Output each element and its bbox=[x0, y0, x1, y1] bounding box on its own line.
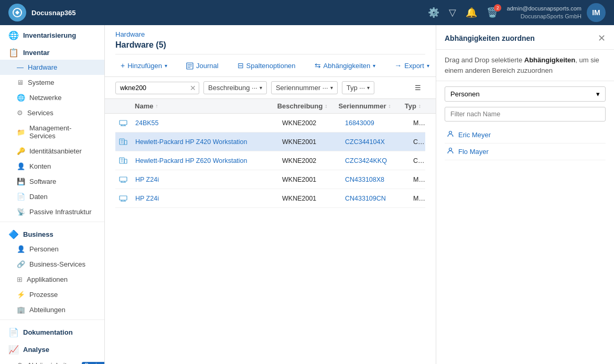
netzwerke-icon: 🌐 bbox=[17, 94, 25, 102]
passive-icon: 📡 bbox=[17, 208, 25, 216]
table-row[interactable]: HP Z24i WKNE2001 CN433109CN Monit bbox=[115, 189, 425, 208]
seriennummer-filter-dropdown[interactable]: Seriennummer ··· ▾ bbox=[271, 81, 338, 94]
spaltenoptionen-button[interactable]: ⊟ Spaltenoptionen bbox=[232, 59, 301, 72]
sidebar-section-business[interactable]: 🔷 Business bbox=[0, 224, 104, 241]
sidebar-item-systeme[interactable]: 🖥 Systeme bbox=[0, 75, 104, 90]
row-desc: WKNE2001 bbox=[278, 192, 341, 205]
panel-dropdown[interactable]: Personen ▾ bbox=[445, 86, 606, 102]
filter-icon[interactable]: ▽ bbox=[449, 7, 456, 18]
sidebar-item-business-services[interactable]: 🔗 Business-Services bbox=[0, 257, 104, 272]
filter-name-input[interactable] bbox=[445, 107, 606, 122]
right-panel: Abhängigkeiten zuordnen ✕ Drag and Drop … bbox=[436, 25, 614, 364]
avatar[interactable]: IM bbox=[587, 3, 606, 22]
typ-filter-dropdown[interactable]: Typ ··· ▾ bbox=[342, 81, 374, 94]
breadcrumb[interactable]: Hardware bbox=[115, 30, 425, 38]
sidebar-item-abteilungen[interactable]: 🏢 Abteilungen bbox=[0, 302, 104, 317]
sidebar-item-services[interactable]: ⚙ Services bbox=[0, 105, 104, 120]
sidebar-item-label: Abhängigkeiten bbox=[27, 361, 74, 364]
table-row[interactable]: HP Z24i WKNE2001 CN433108X8 Monit bbox=[115, 170, 425, 189]
sidebar-section-dokumentation[interactable]: 📄 Dokumentation bbox=[0, 322, 104, 339]
row-serial: CN433109CN bbox=[341, 192, 409, 205]
user-email: admin@docusnapsports.com bbox=[507, 5, 581, 13]
analyse-icon: 📈 bbox=[8, 345, 19, 355]
sidebar-item-konten[interactable]: 👤 Konten bbox=[0, 159, 104, 174]
sidebar-item-netzwerke[interactable]: 🌐 Netzwerke bbox=[0, 90, 104, 105]
journal-icon bbox=[186, 61, 193, 70]
panel-close-button[interactable]: ✕ bbox=[598, 32, 606, 44]
abhaengigkeiten-button[interactable]: ⇆ Abhängigkeiten ▾ bbox=[309, 59, 381, 72]
table-row[interactable]: Hewlett-Packard HP Z420 Workstation WKNE… bbox=[115, 133, 425, 151]
group-by-button[interactable]: ☰ bbox=[411, 82, 425, 94]
row-name[interactable]: HP Z24i bbox=[131, 192, 278, 205]
preview-badge: Preview bbox=[82, 362, 105, 364]
bservices-icon: 🔗 bbox=[17, 260, 25, 268]
software-icon: 💾 bbox=[17, 178, 25, 185]
clear-filter-button[interactable]: ✕ bbox=[190, 84, 196, 92]
person-list: Eric Meyer Flo Mayer bbox=[445, 127, 606, 160]
sidebar-section-inventar[interactable]: 📋 Inventar bbox=[0, 42, 104, 60]
globe-icon: 🌐 bbox=[8, 30, 19, 40]
management-icon: 📁 bbox=[17, 128, 25, 136]
col-header-beschreibung[interactable]: Beschreibung ↕ bbox=[273, 99, 335, 113]
notification-icon[interactable]: 🔔 bbox=[466, 7, 477, 18]
panel-description: Drag and Drop selektierte Abhängigkeiten… bbox=[436, 50, 614, 81]
svg-rect-19 bbox=[120, 177, 127, 181]
sidebar-item-daten[interactable]: 📄 Daten bbox=[0, 189, 104, 204]
table-area: 24BK55 WKNE2002 16843009 Monit Hewlett-P… bbox=[105, 114, 436, 364]
sidebar-item-abhaengigkeiten[interactable]: ⚙ Abhängigkeiten Preview bbox=[0, 358, 104, 364]
abh-chevron-icon: ▾ bbox=[373, 63, 375, 69]
person-item[interactable]: Eric Meyer bbox=[445, 127, 606, 144]
col-header-typ[interactable]: Typ ↕ bbox=[401, 99, 425, 113]
table-row[interactable]: 24BK55 WKNE2002 16843009 Monit bbox=[115, 114, 425, 133]
row-name[interactable]: Hewlett-Packard HP Z420 Workstation bbox=[131, 135, 278, 149]
abh-icon: ⚙ bbox=[17, 361, 23, 364]
journal-button[interactable]: Journal bbox=[181, 59, 224, 72]
app-logo[interactable]: Docusnap365 bbox=[8, 4, 76, 21]
sidebar-section-label: Inventarisierung bbox=[23, 31, 76, 39]
svg-point-27 bbox=[449, 131, 452, 134]
row-type-icon bbox=[115, 157, 131, 164]
person-name: Flo Mayer bbox=[458, 148, 489, 156]
trash-icon[interactable]: 🗑️ 2 bbox=[487, 7, 498, 18]
sidebar-item-label: Management-Services bbox=[29, 124, 96, 140]
table-row[interactable]: Hewlett-Packard HP Z620 Workstation WKNE… bbox=[115, 151, 425, 170]
row-name[interactable]: 24BK55 bbox=[131, 116, 278, 130]
chevron-down-icon2: ▾ bbox=[330, 85, 333, 91]
svg-rect-23 bbox=[120, 196, 127, 200]
sidebar-item-label: Abteilungen bbox=[29, 306, 66, 314]
row-desc: WKNE2001 bbox=[278, 173, 341, 186]
col-header-seriennummer[interactable]: Seriennummer ↕ bbox=[334, 99, 400, 113]
konten-icon: 👤 bbox=[17, 162, 25, 170]
user-org: DocusnapSports GmbH bbox=[507, 13, 581, 20]
row-type: Monit bbox=[409, 116, 425, 130]
sidebar-item-passive-infrastruktur[interactable]: 📡 Passive Infrastruktur bbox=[0, 204, 104, 219]
add-button[interactable]: + Hinzufügen ▾ bbox=[115, 59, 173, 72]
sidebar-item-hardware[interactable]: — Hardware bbox=[0, 60, 104, 75]
export-button[interactable]: → Export ▾ bbox=[389, 59, 435, 72]
sidebar-item-personen[interactable]: 👤 Personen bbox=[0, 241, 104, 257]
abteilungen-icon: 🏢 bbox=[17, 306, 25, 314]
sidebar-item-prozesse[interactable]: ⚡ Prozesse bbox=[0, 287, 104, 302]
col-header-name[interactable]: Name ↑ bbox=[131, 99, 273, 113]
personen-icon: 👤 bbox=[17, 245, 25, 253]
sidebar-section-analyse[interactable]: 📈 Analyse bbox=[0, 339, 104, 357]
sidebar-item-applikationen[interactable]: ⊞ Applikationen bbox=[0, 272, 104, 287]
daten-icon: 📄 bbox=[17, 193, 25, 201]
content-header: Hardware Hardware (5) + Hinzufügen ▾ bbox=[105, 25, 436, 77]
sidebar-section-inventarisierung[interactable]: 🌐 Inventarisierung bbox=[0, 25, 104, 42]
person-item[interactable]: Flo Mayer bbox=[445, 144, 606, 160]
row-serial: CZC3424KKQ bbox=[341, 154, 409, 168]
row-name[interactable]: HP Z24i bbox=[131, 173, 278, 186]
sidebar-item-management-services[interactable]: 📁 Management-Services bbox=[0, 120, 104, 144]
row-name[interactable]: Hewlett-Packard HP Z620 Workstation bbox=[131, 154, 278, 168]
systeme-icon: 🖥 bbox=[17, 79, 24, 86]
sidebar-item-identitaetsanbieter[interactable]: 🔑 Identitätsanbieter bbox=[0, 144, 104, 159]
sidebar-section-label: Dokumentation bbox=[23, 328, 73, 336]
beschreibung-filter-dropdown[interactable]: Beschreibung ··· ▾ bbox=[203, 81, 267, 94]
export-chevron-icon: ▾ bbox=[427, 63, 429, 69]
row-type-icon bbox=[115, 195, 131, 202]
panel-section: Personen ▾ Eric Meyer Flo Mayer bbox=[436, 81, 614, 166]
settings-icon[interactable]: ⚙️ bbox=[428, 7, 439, 18]
search-input[interactable] bbox=[115, 82, 199, 94]
sidebar-item-software[interactable]: 💾 Software bbox=[0, 174, 104, 189]
